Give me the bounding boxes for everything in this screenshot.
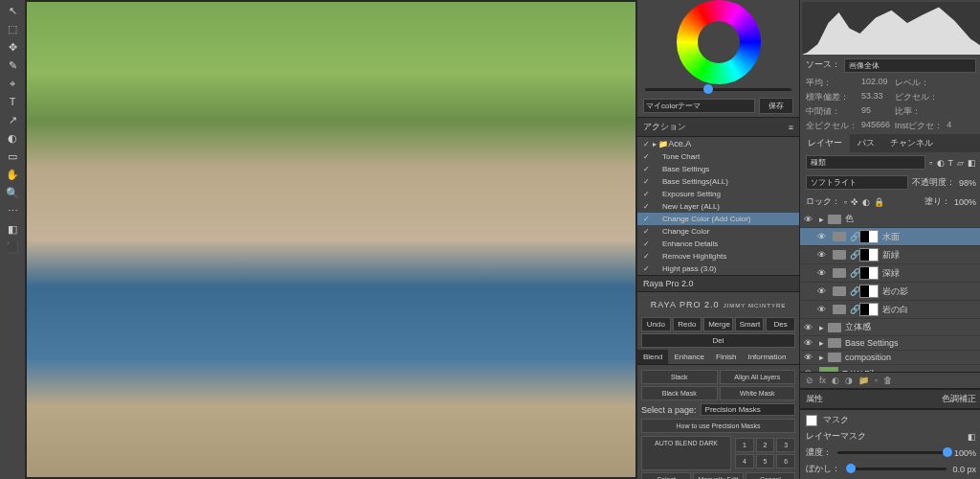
new-layer-icon[interactable]: ▫ [875, 376, 878, 385]
tool-3[interactable]: ✎ [2, 57, 23, 74]
raya-button[interactable]: Select [641, 472, 691, 479]
blend-mode-select[interactable]: ソフトライト [806, 175, 908, 190]
layer-item[interactable]: 👁▸色 [800, 211, 980, 228]
raya-tab-blend[interactable]: Blend [637, 350, 668, 364]
raya-button[interactable]: Manually Edit [693, 472, 743, 479]
action-item[interactable]: Base Settings [637, 163, 799, 175]
visibility-icon[interactable]: 👁 [804, 215, 815, 224]
tool-13[interactable]: ⬛ [2, 239, 23, 256]
raya-button[interactable]: Black Mask [641, 386, 718, 400]
raya-des-button[interactable]: Des [766, 317, 795, 331]
page-select[interactable]: Precision Masks [701, 403, 795, 416]
action-item[interactable]: New Layer (ALL) [637, 200, 799, 213]
raya-smart-button[interactable]: Smart [735, 317, 765, 331]
auto-blend-dark-button[interactable]: AUTO BLEND DARK [641, 436, 731, 470]
action-set[interactable]: ▸ 📁 Ace.A [637, 137, 799, 150]
num-button-5[interactable]: 5 [756, 454, 775, 468]
visibility-icon[interactable]: 👁 [804, 353, 815, 362]
tool-5[interactable]: T [2, 93, 23, 110]
raya-merge-button[interactable]: Merge [703, 317, 733, 331]
tool-11[interactable]: ⋯ [2, 202, 23, 219]
folder-icon[interactable]: 📁 [858, 376, 869, 385]
raya-button[interactable]: Align All Layers [720, 370, 796, 384]
tool-4[interactable]: ⌖ [2, 75, 23, 92]
tool-9[interactable]: ✋ [2, 166, 23, 183]
visibility-icon[interactable]: 👁 [817, 286, 829, 296]
layer-item[interactable]: 👁▸composition [800, 351, 980, 365]
opacity-value[interactable]: 98% [959, 178, 976, 188]
layer-item[interactable]: 👁▸立体感 [800, 319, 980, 336]
source-select[interactable]: 画像全体 [844, 58, 976, 73]
raya-undo-button[interactable]: Undo [641, 317, 671, 331]
raya-tab-enhance[interactable]: Enhance [668, 350, 710, 364]
num-button-1[interactable]: 1 [735, 438, 754, 452]
panel-tab[interactable]: パス [850, 134, 882, 152]
raya-redo-button[interactable]: Redo [673, 317, 702, 331]
hue-slider[interactable] [645, 88, 791, 91]
raya-button[interactable]: Stack [641, 370, 718, 384]
fill-value[interactable]: 100% [954, 197, 976, 207]
mask-icon[interactable]: ◐ [832, 376, 839, 385]
layer-item[interactable]: 👁🔗岩の白 [800, 301, 980, 319]
action-item[interactable]: Base Settings(ALL) [637, 175, 799, 188]
layer-item[interactable]: 👁🔗深緑 [800, 264, 980, 283]
layer-item[interactable]: 👁🔗新緑 [800, 246, 980, 264]
action-item[interactable]: Enhance Details [637, 238, 799, 250]
num-button-3[interactable]: 3 [776, 438, 795, 452]
lock-icon[interactable]: ◐ [862, 197, 870, 207]
color-wheel[interactable] [677, 0, 761, 84]
mask-options-icon[interactable]: ◧ [968, 432, 976, 442]
adjustment-icon[interactable]: ◑ [845, 376, 853, 385]
tool-7[interactable]: ◐ [2, 129, 23, 147]
filter-icon[interactable]: ◧ [968, 158, 976, 168]
action-item[interactable]: Hight pass (3.0) [637, 262, 799, 275]
trash-icon[interactable]: 🗑 [883, 376, 892, 385]
num-button-6[interactable]: 6 [776, 454, 795, 468]
filter-icon[interactable]: ▫ [929, 158, 932, 168]
panel-tab[interactable]: チャンネル [882, 134, 941, 152]
layer-item[interactable]: 👁RAW File [800, 365, 980, 372]
link-icon[interactable]: ⊘ [806, 376, 813, 385]
raya-tab-finish[interactable]: Finish [710, 350, 742, 364]
kind-filter[interactable]: 種類 [806, 155, 925, 170]
filter-icon[interactable]: ▱ [957, 158, 964, 168]
fx-icon[interactable]: fx [819, 376, 826, 385]
raya-del-button[interactable]: Del [641, 333, 795, 348]
visibility-icon[interactable]: 👁 [817, 305, 829, 314]
tool-12[interactable]: ◧ [2, 220, 23, 238]
feather-slider[interactable] [846, 468, 947, 470]
action-item[interactable]: Tone Chart [637, 150, 799, 163]
raya-button[interactable]: Cancel [746, 472, 795, 479]
canvas-image[interactable] [27, 2, 635, 477]
tool-0[interactable]: ↖ [2, 2, 23, 19]
visibility-icon[interactable]: 👁 [804, 338, 815, 348]
save-theme-button[interactable]: 保存 [759, 98, 793, 114]
raya-tab-information[interactable]: Information [742, 350, 791, 364]
howto-button[interactable]: How to use Precision Masks [641, 419, 795, 433]
filter-icon[interactable]: ◐ [937, 158, 945, 168]
density-slider[interactable] [837, 451, 948, 454]
num-button-4[interactable]: 4 [735, 454, 754, 468]
lock-icon[interactable]: ✜ [851, 197, 858, 207]
tool-8[interactable]: ▭ [2, 148, 23, 165]
num-button-2[interactable]: 2 [756, 438, 775, 452]
theme-name-input[interactable] [643, 99, 755, 113]
filter-icon[interactable]: T [948, 158, 954, 168]
layer-item[interactable]: 👁▸Base Settings [800, 336, 980, 351]
raya-button[interactable]: White Mask [720, 386, 796, 400]
action-item[interactable]: Change Color (Add Color) [637, 213, 799, 225]
visibility-icon[interactable]: 👁 [817, 250, 829, 260]
action-item[interactable]: Change Color [637, 225, 799, 238]
lock-icon[interactable]: ▫ [844, 197, 847, 207]
panel-tab[interactable]: レイヤー [800, 134, 850, 152]
lock-icon[interactable]: 🔒 [874, 197, 884, 207]
menu-icon[interactable]: ≡ [789, 123, 793, 132]
action-item[interactable]: Remove Highlights [637, 250, 799, 262]
tool-6[interactable]: ↗ [2, 111, 23, 128]
layer-item[interactable]: 👁🔗水面 [800, 228, 980, 246]
tool-1[interactable]: ⬚ [2, 20, 23, 37]
visibility-icon[interactable]: 👁 [804, 323, 815, 332]
visibility-icon[interactable]: 👁 [817, 232, 829, 241]
layer-item[interactable]: 👁🔗岩の影 [800, 283, 980, 301]
visibility-icon[interactable]: 👁 [817, 268, 829, 278]
